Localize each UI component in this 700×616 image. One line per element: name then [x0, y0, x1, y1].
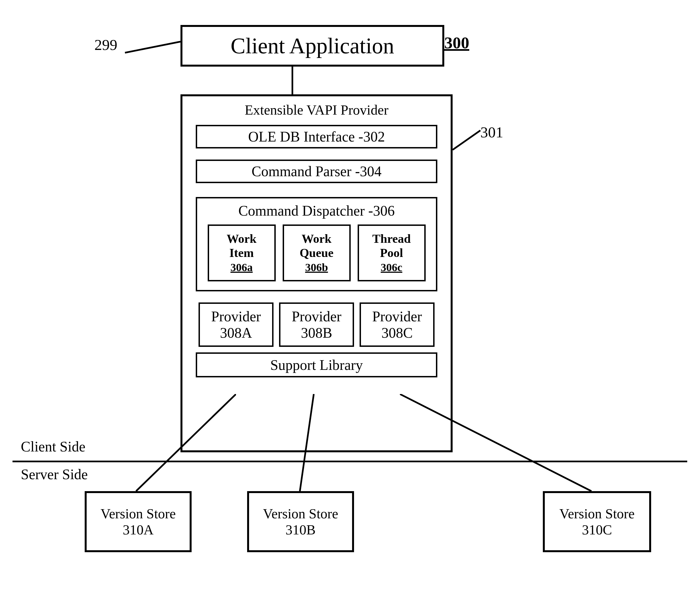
svg-line-4: [400, 394, 591, 491]
connector-308c-310c: [400, 394, 594, 494]
thread-pool-name: ThreadPool: [372, 232, 411, 260]
ref-299: 299: [95, 36, 117, 53]
provider-308b-box: Provider 308B: [279, 303, 354, 347]
work-item-box: WorkItem 306a: [208, 224, 276, 281]
svg-line-2: [136, 394, 236, 491]
figure-number: 300: [444, 33, 469, 52]
ole-db-interface-box: OLE DB Interface -302: [196, 125, 437, 149]
connector-clientapp-vapi: [291, 67, 293, 94]
client-side-label: Client Side: [21, 438, 86, 455]
provider-a-name: Provider: [211, 308, 261, 325]
leader-301: [453, 128, 483, 153]
command-dispatcher-title: Command Dispatcher -306: [238, 203, 395, 219]
provider-a-ref: 308A: [220, 325, 252, 341]
provider-c-ref: 308C: [382, 325, 413, 341]
provider-b-name: Provider: [291, 308, 341, 325]
command-parser-box: Command Parser -304: [196, 159, 437, 183]
support-library-box: Support Library: [196, 352, 437, 377]
connector-308a-310a: [133, 394, 236, 494]
version-store-b-ref: 310B: [285, 522, 315, 538]
server-side-label: Server Side: [21, 466, 88, 483]
version-store-310a-box: Version Store 310A: [85, 491, 191, 552]
work-queue-ref: 306b: [305, 261, 328, 274]
connector-308b-310b: [297, 394, 319, 494]
version-store-a-name: Version Store: [101, 505, 176, 522]
vapi-provider-title: Extensible VAPI Provider: [245, 102, 388, 118]
provider-308a-box: Provider 308A: [199, 303, 274, 347]
client-application-box: Client Application: [180, 25, 444, 67]
command-parser-label: Command Parser -304: [252, 163, 382, 180]
svg-line-0: [125, 42, 180, 53]
version-store-c-ref: 310C: [582, 522, 612, 538]
client-application-title: Client Application: [231, 33, 394, 59]
version-store-310b-box: Version Store 310B: [247, 491, 354, 552]
ole-db-interface-label: OLE DB Interface -302: [248, 128, 385, 145]
version-store-310c-box: Version Store 310C: [543, 491, 651, 552]
provider-308c-box: Provider 308C: [360, 303, 435, 347]
thread-pool-ref: 306c: [381, 261, 402, 274]
version-store-c-name: Version Store: [560, 505, 635, 522]
work-queue-name: WorkQueue: [300, 232, 334, 260]
svg-line-1: [453, 130, 480, 150]
command-dispatcher-box: Command Dispatcher -306 WorkItem 306a Wo…: [196, 197, 437, 291]
leader-299: [122, 39, 183, 67]
version-store-b-name: Version Store: [263, 505, 338, 522]
work-queue-box: WorkQueue 306b: [283, 224, 351, 281]
work-item-name: WorkItem: [227, 232, 257, 260]
provider-b-ref: 308B: [301, 325, 333, 341]
svg-line-3: [300, 394, 314, 491]
version-store-a-ref: 310A: [123, 522, 153, 538]
work-item-ref: 306a: [230, 261, 253, 274]
ref-301: 301: [480, 124, 503, 141]
provider-c-name: Provider: [372, 308, 422, 325]
thread-pool-box: ThreadPool 306c: [358, 224, 426, 281]
support-library-label: Support Library: [270, 357, 363, 373]
